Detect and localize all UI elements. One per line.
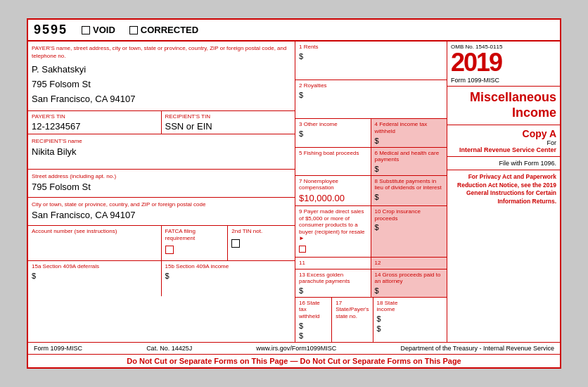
state-tax-label: 16 State tax withheld [299,300,328,320]
box12-label: 12 [375,260,444,267]
void-corrected-section: VOID CORRECTED [82,25,198,35]
account-number-value [32,235,158,236]
tin2-label: 2nd TIN not. [231,228,291,235]
federal-tax-label: 4 Federal income tax withheld [375,121,444,134]
section-409a-inc-label: 15b Section 409A income [165,263,292,270]
right-title-box: Miscellaneous Income [447,87,560,125]
state-income-label: 18 State income [377,300,407,313]
royalties-label: 2 Royalties [299,82,443,89]
fatca-cell: FATCA filing requirement [162,226,229,260]
copy-box: Copy A For Internal Revenue Service Cent… [447,125,560,157]
cat-no: Cat. No. 14425J [146,345,192,352]
boxes-7-8: 7 Nonemployee compensation $10,000.00 8 … [295,176,447,206]
payer-name: P. Sakhatskyi 795 Folsom St San Francisc… [32,60,291,106]
section-409a-def-value: $ [32,272,158,280]
form-top-bar: 9595 VOID CORRECTED [28,20,560,41]
payer-info-box: PAYER'S name, street address, city or to… [28,42,295,110]
boxes-5-6: 5 Fishing boat proceeds 6 Medical and he… [295,148,447,176]
substitute-label: 8 Substitute payments in lieu of dividen… [375,178,444,191]
state-no-box: 17 State/Payer's state no. [332,298,373,342]
void-checkbox[interactable] [82,26,90,34]
direct-sales-checkbox[interactable] [299,246,306,253]
box11-cell: 11 [295,258,371,269]
rents-label: 1 Rents [299,44,443,51]
rents-value: $ [299,52,443,61]
other-income-box: 3 Other income $ [295,119,371,146]
do-not-cut-bar: Do Not Cut or Separate Forms on This Pag… [28,354,560,367]
account-row: Account number (see instructions) FATCA … [28,226,295,261]
direct-sales-label: 9 Payer made direct sales of $5,000 or m… [299,208,367,242]
corrected-label: CORRECTED [141,25,198,35]
form-1099-misc: 9595 VOID CORRECTED PAYER'S name, street… [27,18,561,368]
royalties-box: 2 Royalties $ [295,80,447,119]
state-income-box: 18 State income $ $ [373,298,410,342]
tin2-cell: 2nd TIN not. [228,226,295,260]
section-409a-row: 15a Section 409A deferrals $ 15b Section… [28,261,295,296]
void-checkbox-label[interactable]: VOID [82,25,115,35]
section-409a-def-cell: 15a Section 409A deferrals $ [28,261,162,296]
corrected-checkbox[interactable] [129,26,138,34]
fatca-label: FATCA filing requirement [165,228,224,241]
state-income-value2: $ [377,324,407,333]
box12-cell: 12 [371,258,447,269]
fishing-box: 5 Fishing boat proceeds [295,148,371,175]
recipient-name-box: RECIPIENT'S name Nikita Bilyk [28,134,295,170]
city-label: City or town, state or province, country… [32,201,291,208]
form-body: PAYER'S name, street address, city or to… [28,41,560,341]
tin2-checkbox[interactable] [231,239,240,248]
royalties-value: $ [299,91,443,99]
dept: Department of the Treasury - Internal Re… [400,345,554,352]
state-tax-value1: $ [299,322,328,330]
section-409a-inc-cell: 15b Section 409A income $ [162,261,295,296]
excess-label: 13 Excess golden parachute payments [299,272,367,285]
street-box: Street address (including apt. no.) 795 … [28,170,295,198]
fatca-checkbox[interactable] [165,246,174,254]
form-number: 9595 [34,23,68,37]
privacy-box: For Privacy Act and Paperwork Reduction … [447,170,560,210]
account-number-cell: Account number (see instructions) [28,226,162,260]
recipient-tin-value: SSN or EIN [165,120,292,132]
state-income-value1: $ [377,315,407,323]
medical-value: $ [375,165,444,173]
year-display: 2019 [451,50,556,75]
section-409a-def-label: 15a Section 409A deferrals [32,263,158,270]
tin-row: PAYER'S TIN 12-1234567 RECIPIENT'S TIN S… [28,111,295,135]
copy-for: For [451,139,556,146]
federal-tax-box: 4 Federal income tax withheld $ [371,119,447,146]
federal-tax-value: $ [375,137,444,145]
substitute-box: 8 Substitute payments in lieu of dividen… [371,176,447,205]
gross-label: 14 Gross proceeds paid to an attorney [375,272,444,285]
boxes-15-18: 16 State tax withheld $ $ 17 State/Payer… [295,298,447,342]
recipient-tin-label: RECIPIENT'S TIN [165,113,292,120]
state-no-label: 17 State/Payer's state no. [335,300,369,320]
medical-label: 6 Medical and health care payments [375,150,444,163]
nonemployee-box: 7 Nonemployee compensation $10,000.00 [295,176,371,205]
privacy-text: For Privacy Act and Paperwork Reduction … [457,173,556,205]
form-name-right: Form 1099-MISC [451,77,556,84]
boxes-9-10: 9 Payer made direct sales of $5,000 or m… [295,206,447,258]
other-income-value: $ [299,129,367,138]
void-label: VOID [93,25,115,35]
payer-tin-cell: PAYER'S TIN 12-1234567 [28,111,162,134]
year-value: 2019 [451,50,501,75]
payer-tin-value: 12-1234567 [32,120,158,132]
right-column: OMB No. 1545-0115 2019 Form 1099-MISC Mi… [447,42,560,341]
form-bottom: Form 1099-MISC Cat. No. 14425J www.irs.g… [28,342,560,354]
payer-tin-label: PAYER'S TIN [32,113,158,120]
corrected-checkbox-label[interactable]: CORRECTED [129,25,198,35]
street-label: Street address (including apt. no.) [32,173,291,180]
excess-box: 13 Excess golden parachute payments $ [295,269,371,297]
omb-box: OMB No. 1545-0115 2019 Form 1099-MISC [447,42,560,87]
section-409a-inc-value: $ [165,272,292,280]
state-tax-box: 16 State tax withheld $ $ [295,298,332,342]
payer-box-label: PAYER'S name, street address, city or to… [32,45,291,60]
recipient-name-label: RECIPIENT'S name [32,138,291,145]
recipient-tin-cell: RECIPIENT'S TIN SSN or EIN [162,111,295,134]
nonemployee-value: $10,000.00 [299,191,367,203]
state-tax-value2: $ [299,331,328,340]
recipient-name-value: Nikita Bilyk [32,145,291,157]
copy-recipient: Internal Revenue Service Center [451,146,556,153]
fishing-label: 5 Fishing boat proceeds [299,150,367,157]
website: www.irs.gov/Form1099MISC [256,345,336,352]
street-value: 795 Folsom St [32,180,291,192]
